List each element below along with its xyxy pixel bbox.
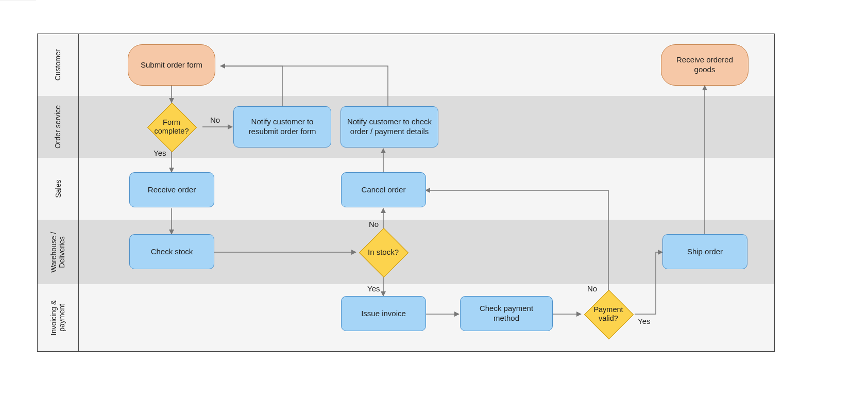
node-receive-goods: Receive ordered goods bbox=[661, 44, 748, 86]
label-form-complete-no: No bbox=[210, 116, 220, 124]
lane-label-customer: Customer bbox=[38, 34, 78, 96]
node-check-payment: Check payment method bbox=[460, 296, 553, 331]
lane-label-invoicing: Invoicing &payment bbox=[38, 284, 78, 351]
lane-label-sales: Sales bbox=[38, 158, 78, 220]
node-notify-resubmit: Notify customer to resubmit order form bbox=[233, 106, 331, 148]
node-payment-valid: Payment valid? bbox=[582, 288, 635, 340]
node-form-complete: Form complete? bbox=[147, 103, 196, 151]
node-receive-order: Receive order bbox=[129, 172, 214, 207]
node-check-stock: Check stock bbox=[129, 234, 214, 269]
node-cancel-order: Cancel order bbox=[341, 172, 426, 207]
label-in-stock-no: No bbox=[369, 220, 379, 228]
node-notify-check: Notify customer to check order / payment… bbox=[341, 106, 438, 148]
label-payment-valid-yes: Yes bbox=[638, 317, 650, 325]
lane-label-warehouse: Warehouse /Deliveries bbox=[38, 220, 78, 285]
node-issue-invoice: Issue invoice bbox=[341, 296, 426, 331]
lane-label-order-service: Order service bbox=[38, 96, 78, 158]
swimlane-diagram: Customer Order service Sales Warehouse /… bbox=[0, 0, 868, 409]
node-in-stock: In stock? bbox=[357, 226, 410, 279]
lane-invoicing bbox=[79, 284, 774, 352]
label-payment-valid-no: No bbox=[587, 284, 597, 293]
node-ship-order: Ship order bbox=[662, 234, 747, 269]
label-form-complete-yes: Yes bbox=[154, 149, 166, 157]
label-in-stock-yes: Yes bbox=[367, 284, 380, 293]
lane-label-column: Customer Order service Sales Warehouse /… bbox=[37, 34, 79, 352]
node-submit-order: Submit order form bbox=[128, 44, 215, 86]
swimlane-canvas: Submit order form Receive ordered goods … bbox=[78, 34, 775, 352]
